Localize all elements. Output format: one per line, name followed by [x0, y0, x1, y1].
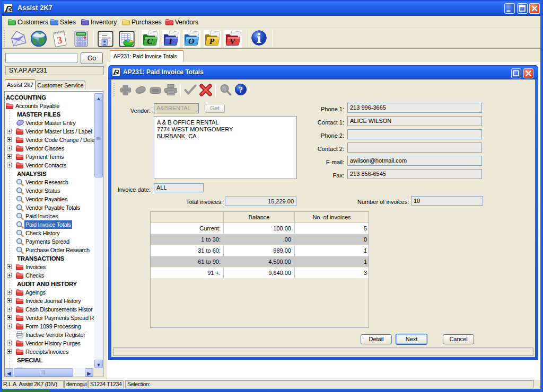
- svg-text:C: C: [147, 37, 153, 46]
- svg-text:V: V: [230, 37, 236, 46]
- svg-text:P: P: [209, 37, 215, 46]
- svg-text:?: ?: [239, 85, 243, 94]
- svg-text:O: O: [188, 37, 194, 46]
- svg-text:I: I: [169, 37, 173, 46]
